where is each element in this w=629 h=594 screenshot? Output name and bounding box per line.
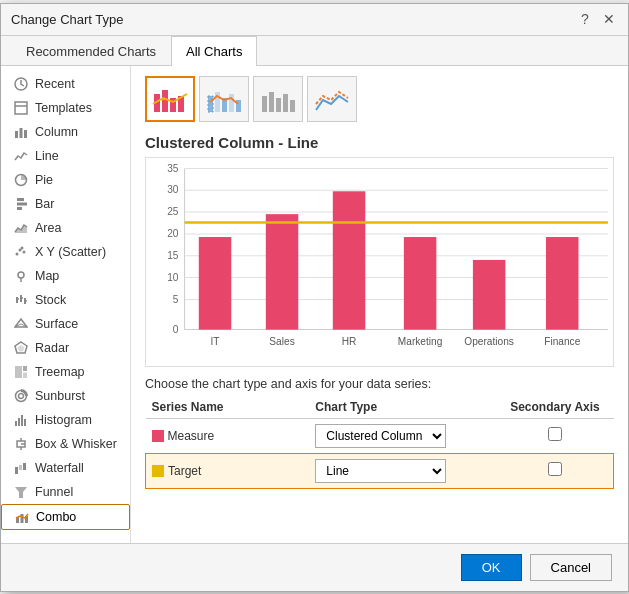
sidebar-item-treemap[interactable]: Treemap — [1, 360, 130, 384]
sidebar-item-label-treemap: Treemap — [35, 365, 85, 379]
svg-rect-58 — [290, 100, 295, 112]
sidebar-item-histogram[interactable]: Histogram — [1, 408, 130, 432]
svg-rect-42 — [21, 514, 24, 523]
svg-rect-8 — [17, 202, 27, 205]
sidebar-item-waterfall[interactable]: Waterfall — [1, 456, 130, 480]
sidebar-item-label-line: Line — [35, 149, 59, 163]
xy-icon — [13, 244, 29, 260]
sidebar-item-boxwhisker[interactable]: Box & Whisker — [1, 432, 130, 456]
series-secondary-0[interactable] — [496, 418, 613, 453]
sidebar-item-label-histogram: Histogram — [35, 413, 92, 427]
series-charttype-1[interactable]: Clustered ColumnLineAreaBarPie — [309, 453, 496, 488]
close-button[interactable]: ✕ — [600, 10, 618, 28]
title-bar: Change Chart Type ? ✕ — [1, 4, 628, 36]
sidebar-item-label-xy: X Y (Scatter) — [35, 245, 106, 259]
ok-button[interactable]: OK — [461, 554, 522, 581]
funnel-icon — [13, 484, 29, 500]
svg-text:IT: IT — [211, 336, 221, 347]
sidebar-item-map[interactable]: Map — [1, 264, 130, 288]
svg-rect-4 — [20, 128, 23, 138]
series-table: Series Name Chart Type Secondary Axis Me… — [145, 396, 614, 489]
sidebar-item-label-surface: Surface — [35, 317, 78, 331]
svg-point-12 — [23, 250, 26, 253]
svg-point-13 — [21, 246, 24, 249]
svg-text:Sales: Sales — [269, 336, 294, 347]
chart-preview-title: Clustered Column - Line — [145, 134, 614, 151]
sidebar-item-label-column: Column — [35, 125, 78, 139]
sidebar-item-stock[interactable]: Stock — [1, 288, 130, 312]
series-charttype-0[interactable]: Clustered ColumnLineAreaBarPie — [309, 418, 496, 453]
sidebar-item-bar[interactable]: Bar — [1, 192, 130, 216]
series-secondary-1[interactable] — [496, 453, 613, 488]
series-color-1 — [152, 465, 164, 477]
tab-recommended[interactable]: Recommended Charts — [11, 36, 171, 66]
svg-rect-30 — [18, 418, 20, 426]
sidebar-item-label-bar: Bar — [35, 197, 54, 211]
svg-rect-76 — [199, 237, 231, 330]
sidebar-item-pie[interactable]: Pie — [1, 168, 130, 192]
sidebar-item-recent[interactable]: Recent — [1, 72, 130, 96]
main-panel: Clustered Column - Line 35 — [131, 66, 628, 543]
sidebar-item-label-pie: Pie — [35, 173, 53, 187]
sidebar-item-templates[interactable]: Templates — [1, 96, 130, 120]
series-secondary-checkbox-1[interactable] — [548, 462, 562, 476]
sidebar-item-sunburst[interactable]: Sunburst — [1, 384, 130, 408]
line-icon — [13, 148, 29, 164]
svg-rect-26 — [23, 372, 27, 378]
svg-text:Finance: Finance — [544, 336, 580, 347]
chart-variant-2[interactable] — [199, 76, 249, 122]
sidebar-item-xy[interactable]: X Y (Scatter) — [1, 240, 130, 264]
histogram-icon — [13, 412, 29, 428]
svg-text:30: 30 — [167, 184, 179, 195]
help-button[interactable]: ? — [576, 10, 594, 28]
svg-point-28 — [19, 393, 24, 398]
svg-text:HR: HR — [342, 336, 357, 347]
bar-icon — [13, 196, 29, 212]
svg-rect-81 — [546, 237, 578, 330]
svg-rect-48 — [208, 96, 213, 112]
series-table-label: Choose the chart type and axis for your … — [145, 377, 614, 391]
tab-all-charts[interactable]: All Charts — [171, 36, 257, 66]
sidebar-item-column[interactable]: Column — [1, 120, 130, 144]
svg-rect-78 — [333, 191, 365, 329]
svg-rect-9 — [17, 207, 22, 210]
svg-rect-50 — [215, 92, 220, 112]
sidebar-item-label-boxwhisker: Box & Whisker — [35, 437, 117, 451]
sidebar-item-line[interactable]: Line — [1, 144, 130, 168]
sidebar-item-area[interactable]: Area — [1, 216, 130, 240]
treemap-icon — [13, 364, 29, 380]
svg-rect-29 — [15, 421, 17, 426]
chart-variant-1[interactable] — [145, 76, 195, 122]
cancel-button[interactable]: Cancel — [530, 554, 612, 581]
svg-rect-37 — [15, 467, 18, 474]
svg-rect-7 — [17, 198, 24, 201]
sidebar-item-label-area: Area — [35, 221, 61, 235]
boxwhisker-icon — [13, 436, 29, 452]
sidebar-item-funnel[interactable]: Funnel — [1, 480, 130, 504]
svg-rect-57 — [283, 94, 288, 112]
tabs-row: Recommended Charts All Charts — [1, 36, 628, 66]
svg-text:25: 25 — [167, 206, 179, 217]
surface-icon — [13, 316, 29, 332]
sidebar-item-label-templates: Templates — [35, 101, 92, 115]
svg-marker-40 — [15, 487, 27, 498]
chart-variant-3[interactable] — [253, 76, 303, 122]
series-name-0: Measure — [146, 418, 310, 453]
svg-rect-24 — [15, 366, 22, 378]
sidebar-item-label-funnel: Funnel — [35, 485, 73, 499]
series-secondary-checkbox-0[interactable] — [548, 427, 562, 441]
svg-text:15: 15 — [167, 249, 179, 260]
sidebar-item-surface[interactable]: Surface — [1, 312, 130, 336]
stock-icon — [13, 292, 29, 308]
sidebar-item-radar[interactable]: Radar — [1, 336, 130, 360]
svg-text:Operations: Operations — [464, 336, 514, 347]
sidebar-item-combo[interactable]: Combo — [1, 504, 130, 530]
series-charttype-select-0[interactable]: Clustered ColumnLineAreaBarPie — [315, 424, 446, 448]
chart-variant-4[interactable] — [307, 76, 357, 122]
pie-icon — [13, 172, 29, 188]
column-icon — [13, 124, 29, 140]
svg-marker-23 — [18, 345, 25, 352]
sidebar-item-label-waterfall: Waterfall — [35, 461, 84, 475]
svg-text:5: 5 — [173, 293, 179, 304]
series-charttype-select-1[interactable]: Clustered ColumnLineAreaBarPie — [315, 459, 446, 483]
